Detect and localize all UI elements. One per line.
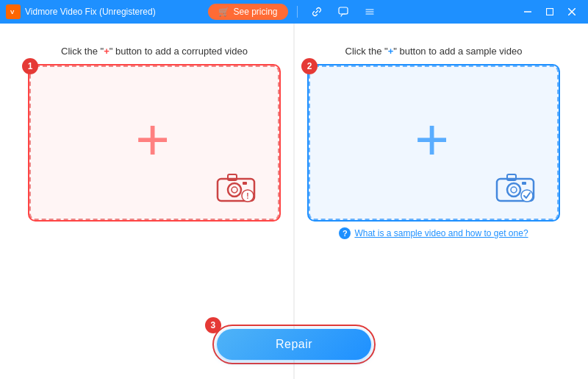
title-divider xyxy=(297,6,298,18)
app-icon: V xyxy=(6,4,21,19)
right-add-icon: + xyxy=(415,110,449,169)
see-pricing-button[interactable]: 🛒 See pricing xyxy=(208,4,287,20)
svg-rect-2 xyxy=(339,7,348,14)
svg-point-12 xyxy=(232,187,237,193)
repair-outer: 3 Repair xyxy=(212,325,376,364)
svg-text:V: V xyxy=(10,9,15,15)
left-plus-symbol: + xyxy=(104,46,110,57)
app-title: Vidmore Video Fix (Unregistered) xyxy=(25,7,156,17)
svg-point-19 xyxy=(511,187,517,193)
repair-button[interactable]: Repair xyxy=(217,329,371,360)
question-icon: ? xyxy=(339,227,351,239)
svg-point-18 xyxy=(507,183,520,196)
svg-rect-7 xyxy=(547,9,553,15)
right-badge: 2 xyxy=(301,58,318,74)
corrupted-camera-icon: ! xyxy=(215,170,257,202)
right-plus-symbol: + xyxy=(388,46,394,57)
bottom-row: 3 Repair xyxy=(29,325,559,364)
svg-rect-21 xyxy=(522,182,526,185)
maximize-button[interactable] xyxy=(539,4,560,19)
svg-rect-14 xyxy=(243,182,247,185)
left-panel: Click the "+" button to add a corrupted … xyxy=(29,46,279,220)
main-content: Click the "+" button to add a corrupted … xyxy=(0,24,588,379)
right-panel-label: Click the "+" button to add a sample vid… xyxy=(345,46,523,57)
chat-button[interactable] xyxy=(333,4,354,19)
title-bar-left: V Vidmore Video Fix (Unregistered) xyxy=(6,4,208,19)
minimize-button[interactable] xyxy=(517,4,538,19)
sample-link[interactable]: What is a sample video and how to get on… xyxy=(354,228,528,238)
pricing-label: See pricing xyxy=(233,7,277,17)
left-badge: 1 xyxy=(22,58,38,74)
left-add-icon: + xyxy=(135,110,170,169)
left-drop-zone[interactable]: 1 + xyxy=(29,65,279,220)
svg-point-11 xyxy=(228,183,241,196)
left-drop-content: + ! xyxy=(31,67,278,219)
close-button[interactable] xyxy=(562,4,582,19)
right-drop-zone[interactable]: 2 + xyxy=(309,65,559,220)
menu-button[interactable] xyxy=(359,4,380,19)
right-drop-content: + xyxy=(310,67,557,219)
svg-text:!: ! xyxy=(246,192,248,200)
title-bar-center: 🛒 See pricing xyxy=(208,4,379,20)
repair-badge: 3 xyxy=(205,317,221,333)
sample-link-row: ? What is a sample video and how to get … xyxy=(339,227,528,239)
link-button[interactable] xyxy=(306,4,327,19)
left-panel-label: Click the "+" button to add a corrupted … xyxy=(61,46,248,57)
title-bar-right xyxy=(380,4,582,19)
right-panel: Click the "+" button to add a sample vid… xyxy=(309,46,559,239)
title-bar: V Vidmore Video Fix (Unregistered) 🛒 See… xyxy=(0,0,588,24)
cart-icon: 🛒 xyxy=(218,7,229,17)
sample-camera-icon xyxy=(494,170,537,202)
